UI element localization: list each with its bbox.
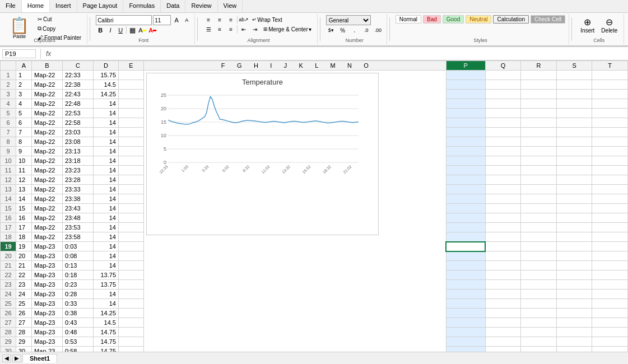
underline-button[interactable]: U xyxy=(116,26,125,35)
cell-b[interactable]: Мар-23 xyxy=(32,328,63,337)
col-header-p[interactable]: P xyxy=(446,61,485,71)
cell-c[interactable]: 23:48 xyxy=(63,213,94,223)
cell-d[interactable]: 14 xyxy=(94,147,119,156)
cell-p[interactable] xyxy=(446,290,485,299)
italic-button[interactable]: I xyxy=(106,26,115,35)
cell-s[interactable] xyxy=(556,90,592,99)
col-header-a[interactable]: A xyxy=(16,61,32,71)
cell-t[interactable] xyxy=(592,118,628,128)
style-good[interactable]: Good xyxy=(443,15,464,24)
cell-b[interactable]: Мар-22 xyxy=(32,118,63,128)
cell-t[interactable] xyxy=(592,328,628,337)
cell-q[interactable] xyxy=(485,242,521,251)
cell-d[interactable]: 14 xyxy=(94,242,119,251)
cell-s[interactable] xyxy=(556,80,592,90)
cell-s[interactable] xyxy=(556,232,592,242)
cell-b[interactable]: Мар-22 xyxy=(32,90,63,99)
cell-q[interactable] xyxy=(485,337,521,347)
cell-q[interactable] xyxy=(485,80,521,90)
cell-d[interactable]: 14 xyxy=(94,204,119,213)
cell-t[interactable] xyxy=(592,290,628,299)
cell-b[interactable]: Мар-22 xyxy=(32,156,63,166)
cell-d[interactable]: 14.5 xyxy=(94,80,119,90)
col-header-f-o[interactable]: F G H I J K L M N O xyxy=(144,61,446,71)
cell-b[interactable]: Мар-23 xyxy=(32,318,63,328)
cell-d[interactable]: 14 xyxy=(94,213,119,223)
cell-a[interactable]: 2 xyxy=(16,80,32,90)
cell-d[interactable]: 14.75 xyxy=(94,328,119,337)
cell-p[interactable] xyxy=(446,251,485,261)
cell-c[interactable]: 23:23 xyxy=(63,166,94,175)
cell-s[interactable] xyxy=(556,280,592,290)
cell-q[interactable] xyxy=(485,99,521,109)
cell-a[interactable]: 10 xyxy=(16,156,32,166)
style-neutral[interactable]: Neutral xyxy=(466,15,491,24)
cell-q[interactable] xyxy=(485,223,521,232)
cell-r[interactable] xyxy=(521,204,557,213)
cell-t[interactable] xyxy=(592,280,628,290)
currency-button[interactable]: $▾ xyxy=(326,26,336,35)
cell-s[interactable] xyxy=(556,270,592,280)
cell-e[interactable] xyxy=(119,194,144,204)
cell-r[interactable] xyxy=(521,280,557,290)
cell-b[interactable]: Мар-22 xyxy=(32,175,63,185)
cell-e[interactable] xyxy=(119,185,144,194)
cell-s[interactable] xyxy=(556,185,592,194)
cell-q[interactable] xyxy=(485,309,521,318)
cell-e[interactable] xyxy=(119,166,144,175)
cell-c[interactable]: 0:18 xyxy=(63,270,94,280)
cell-q[interactable] xyxy=(485,318,521,328)
cell-s[interactable] xyxy=(556,175,592,185)
cell-e[interactable] xyxy=(119,270,144,280)
percent-button[interactable]: % xyxy=(338,26,348,35)
cell-d[interactable]: 14 xyxy=(94,223,119,232)
cell-d[interactable]: 14 xyxy=(94,166,119,175)
cell-s[interactable] xyxy=(556,261,592,270)
cell-s[interactable] xyxy=(556,290,592,299)
font-name-input[interactable] xyxy=(96,15,152,25)
cell-q[interactable] xyxy=(485,109,521,118)
cell-r[interactable] xyxy=(521,251,557,261)
cell-e[interactable] xyxy=(119,99,144,109)
cell-q[interactable] xyxy=(485,90,521,99)
cell-e[interactable] xyxy=(119,242,144,251)
cell-a[interactable]: 14 xyxy=(16,194,32,204)
cell-t[interactable] xyxy=(592,261,628,270)
cell-t[interactable] xyxy=(592,251,628,261)
cell-p[interactable] xyxy=(446,194,485,204)
cell-t[interactable] xyxy=(592,204,628,213)
cell-p[interactable] xyxy=(446,261,485,270)
cell-p[interactable] xyxy=(446,128,485,137)
cell-s[interactable] xyxy=(556,251,592,261)
col-header-d[interactable]: D xyxy=(94,61,119,71)
cell-e[interactable] xyxy=(119,71,144,80)
align-top-button[interactable]: ≡ xyxy=(203,15,213,24)
cell-t[interactable] xyxy=(592,90,628,99)
cell-t[interactable] xyxy=(592,232,628,242)
cell-r[interactable] xyxy=(521,156,557,166)
cell-e[interactable] xyxy=(119,290,144,299)
cell-r[interactable] xyxy=(521,194,557,204)
cell-d[interactable]: 14 xyxy=(94,232,119,242)
cell-b[interactable]: Мар-23 xyxy=(32,251,63,261)
cut-button[interactable]: ✂ Cut xyxy=(35,15,83,24)
cell-b[interactable]: Мар-23 xyxy=(32,270,63,280)
delete-button[interactable]: ⊖ Delete xyxy=(598,15,620,35)
cell-d[interactable]: 14 xyxy=(94,290,119,299)
cell-e[interactable] xyxy=(119,318,144,328)
cell-a[interactable]: 1 xyxy=(16,71,32,80)
cell-a[interactable]: 5 xyxy=(16,109,32,118)
cell-c[interactable]: 23:13 xyxy=(63,147,94,156)
cell-q[interactable] xyxy=(485,156,521,166)
cell-s[interactable] xyxy=(556,99,592,109)
increase-font-button[interactable]: A xyxy=(172,16,181,25)
paste-button[interactable]: 📋 Paste xyxy=(6,15,33,42)
cell-q[interactable] xyxy=(485,71,521,80)
cell-b[interactable]: Мар-23 xyxy=(32,261,63,270)
cell-c[interactable]: 23:53 xyxy=(63,223,94,232)
cell-d[interactable]: 14.25 xyxy=(94,90,119,99)
cell-t[interactable] xyxy=(592,299,628,309)
cell-d[interactable]: 14 xyxy=(94,118,119,128)
cell-r[interactable] xyxy=(521,166,557,175)
style-check-cell[interactable]: Check Cell xyxy=(531,15,565,24)
